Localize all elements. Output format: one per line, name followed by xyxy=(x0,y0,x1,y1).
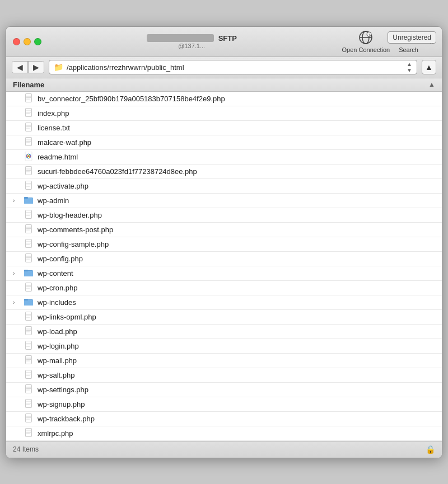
file-icon xyxy=(24,413,33,424)
file-icon xyxy=(24,253,33,264)
svg-rect-19 xyxy=(25,137,31,145)
file-name-label: wp-admin xyxy=(38,196,69,205)
svg-rect-97 xyxy=(25,413,31,422)
svg-rect-7 xyxy=(25,93,31,102)
file-name-label: malcare-waf.php xyxy=(38,138,91,147)
file-name-label: wp-mail.php xyxy=(38,356,77,365)
items-count: 24 Items xyxy=(13,445,39,453)
list-item[interactable]: sucuri-febbdee64760a023fd1f77238724d8ee.… xyxy=(6,165,442,179)
file-name-label: wp-activate.php xyxy=(38,182,88,190)
file-icon xyxy=(24,137,33,148)
file-icon xyxy=(24,370,33,380)
svg-rect-89 xyxy=(25,384,31,393)
list-item[interactable]: wp-activate.php xyxy=(6,179,442,194)
list-item[interactable]: wp-cron.php xyxy=(6,281,442,295)
list-item[interactable]: wp-salt.php xyxy=(6,368,442,383)
back-button[interactable]: ◀ xyxy=(12,62,28,73)
svg-rect-85 xyxy=(25,370,31,378)
close-button[interactable] xyxy=(13,38,20,45)
list-item[interactable]: xmlrpc.php xyxy=(6,426,442,441)
sftp-label: SFTP xyxy=(218,34,237,43)
file-icon xyxy=(24,224,33,235)
file-name-label: wp-load.php xyxy=(38,327,77,336)
title-center: SFTP @137.1... xyxy=(47,34,337,49)
list-item[interactable]: wp-config.php xyxy=(6,252,442,266)
upload-button[interactable]: ▲ xyxy=(422,60,436,74)
open-connection-button[interactable]: + Open Connection xyxy=(342,30,390,53)
list-item[interactable]: wp-login.php xyxy=(6,339,442,354)
open-connection-icon: + xyxy=(357,30,375,45)
list-item[interactable]: malcare-waf.php xyxy=(6,135,442,150)
svg-rect-77 xyxy=(25,341,31,349)
svg-rect-60 xyxy=(24,270,28,271)
svg-rect-67 xyxy=(24,300,33,306)
expand-arrow-icon[interactable]: › xyxy=(13,198,20,204)
file-icon xyxy=(24,384,33,395)
file-icon xyxy=(24,210,33,220)
titlebar: SFTP @137.1... + Open Connection xyxy=(6,27,442,57)
file-icon xyxy=(24,239,33,250)
file-name-label: xmlrpc.php xyxy=(38,429,73,438)
list-item[interactable]: › wp-admin xyxy=(6,194,442,208)
file-name-label: wp-login.php xyxy=(38,342,79,350)
masked-label xyxy=(147,34,214,42)
file-icon xyxy=(24,312,33,322)
file-icon xyxy=(24,399,33,410)
filename-column-header: Filename xyxy=(13,81,44,89)
list-item[interactable]: wp-signup.php xyxy=(6,397,442,412)
list-item[interactable]: wp-config-sample.php xyxy=(6,237,442,252)
file-name-label: wp-links-opml.php xyxy=(38,313,96,321)
lock-icon: 🔒 xyxy=(426,445,435,454)
expand-arrow-icon[interactable]: › xyxy=(13,270,20,276)
minimize-button[interactable] xyxy=(24,38,31,45)
list-item[interactable]: wp-blog-header.php xyxy=(6,208,442,223)
list-item[interactable]: wp-trackback.php xyxy=(6,412,442,426)
file-icon xyxy=(24,166,33,177)
navbar: ◀ ▶ 📁 /applications/rrezhrwwrn/public_ht… xyxy=(6,57,442,78)
file-name-label: wp-config-sample.php xyxy=(38,240,109,248)
list-item[interactable]: wp-mail.php xyxy=(6,354,442,368)
file-name-label: wp-includes xyxy=(38,298,76,307)
path-bar[interactable]: 📁 /applications/rrezhrwwrn/public_html ▲… xyxy=(49,60,417,74)
list-item[interactable]: bv_connector_25bf090b179a005183b707158be… xyxy=(6,92,442,106)
list-item[interactable]: wp-comments-post.php xyxy=(6,223,442,237)
file-icon xyxy=(24,181,33,191)
expand-arrow-icon[interactable]: › xyxy=(13,299,20,306)
connection-title: SFTP @137.1... xyxy=(147,34,237,49)
list-item[interactable]: readme.html xyxy=(6,150,442,165)
file-name-label: license.txt xyxy=(38,124,70,132)
file-icon xyxy=(24,428,33,439)
list-item[interactable]: wp-settings.php xyxy=(6,383,442,397)
svg-rect-40 xyxy=(24,198,28,199)
svg-rect-11 xyxy=(25,108,31,116)
sort-icon[interactable]: ▲ xyxy=(428,81,435,88)
svg-rect-15 xyxy=(25,123,31,131)
unregistered-button[interactable]: Unregistered xyxy=(388,31,436,44)
file-name-label: wp-comments-post.php xyxy=(38,225,113,234)
upload-icon: ▲ xyxy=(425,63,433,72)
svg-rect-81 xyxy=(25,355,31,364)
list-item[interactable]: license.txt xyxy=(6,121,442,135)
file-icon xyxy=(24,355,33,366)
path-arrows[interactable]: ▲ ▼ xyxy=(407,61,412,73)
svg-rect-68 xyxy=(24,299,28,300)
svg-rect-41 xyxy=(25,210,31,218)
svg-rect-53 xyxy=(25,253,31,262)
list-item[interactable]: wp-load.php xyxy=(6,325,442,339)
list-item[interactable]: index.php xyxy=(6,106,442,121)
folder-icon xyxy=(24,298,33,307)
list-item[interactable]: › wp-includes xyxy=(6,295,442,310)
file-name-label: wp-settings.php xyxy=(38,386,88,394)
file-name-label: wp-content xyxy=(38,269,73,278)
file-name-label: sucuri-febbdee64760a023fd1f77238724d8ee.… xyxy=(38,167,197,176)
list-item[interactable]: wp-links-opml.php xyxy=(6,310,442,325)
maximize-button[interactable] xyxy=(34,38,41,45)
folder-icon xyxy=(24,269,33,278)
svg-rect-33 xyxy=(25,181,31,189)
list-item[interactable]: › wp-content xyxy=(6,266,442,281)
forward-button[interactable]: ▶ xyxy=(29,62,44,73)
path-text: /applications/rrezhrwwrn/public_html xyxy=(67,63,403,72)
svg-rect-45 xyxy=(25,224,31,233)
file-icon xyxy=(24,283,33,293)
nav-arrows: ◀ ▶ xyxy=(12,61,44,73)
